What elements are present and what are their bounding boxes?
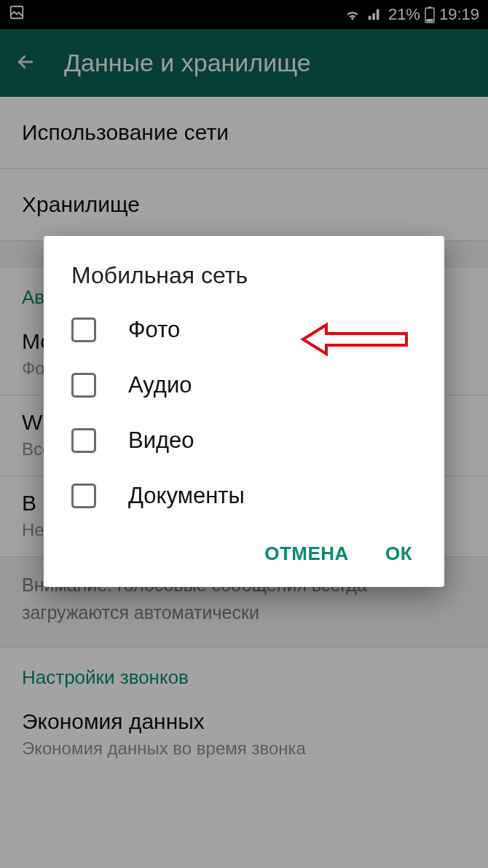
- checkbox-icon[interactable]: [71, 484, 96, 508]
- option-label: Фото: [128, 317, 180, 343]
- dialog-actions: ОТМЕНА ОК: [44, 524, 444, 572]
- checkbox-icon[interactable]: [71, 428, 96, 453]
- checkbox-icon[interactable]: [71, 373, 96, 398]
- option-label: Документы: [128, 483, 245, 509]
- dialog-title: Мобильная сеть: [44, 262, 444, 302]
- option-documents[interactable]: Документы: [44, 468, 444, 524]
- option-label: Аудио: [128, 372, 192, 398]
- option-video[interactable]: Видео: [44, 413, 444, 468]
- ok-button[interactable]: ОК: [385, 542, 412, 565]
- cancel-button[interactable]: ОТМЕНА: [264, 542, 349, 565]
- option-label: Видео: [128, 427, 194, 454]
- dialog-mobile-data: Мобильная сеть Фото Аудио Видео Документ…: [44, 236, 444, 587]
- option-audio[interactable]: Аудио: [44, 358, 444, 413]
- checkbox-icon[interactable]: [71, 317, 96, 342]
- option-photo[interactable]: Фото: [44, 302, 444, 358]
- modal-scrim[interactable]: Мобильная сеть Фото Аудио Видео Документ…: [0, 0, 488, 868]
